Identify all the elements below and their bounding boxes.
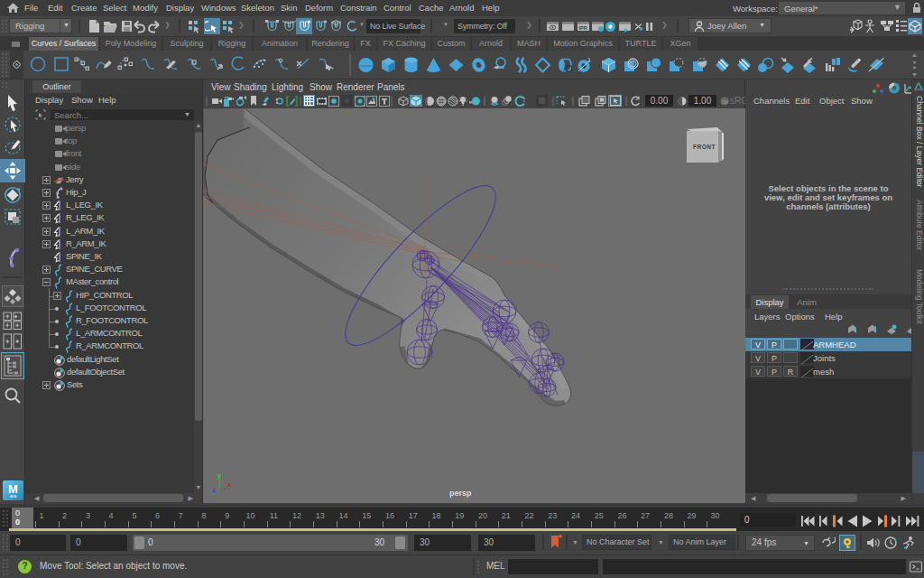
- svg-text:z: z: [212, 486, 216, 494]
- svg-text:CM: CM: [722, 99, 729, 105]
- svg-text:y: y: [217, 471, 222, 480]
- svg-text:FRONT: FRONT: [693, 144, 716, 150]
- svg-text:x: x: [227, 480, 232, 489]
- svg-text:IPR: IPR: [579, 25, 587, 31]
- svg-text:1: 1: [587, 57, 591, 63]
- svg-text:persp: persp: [449, 489, 472, 498]
